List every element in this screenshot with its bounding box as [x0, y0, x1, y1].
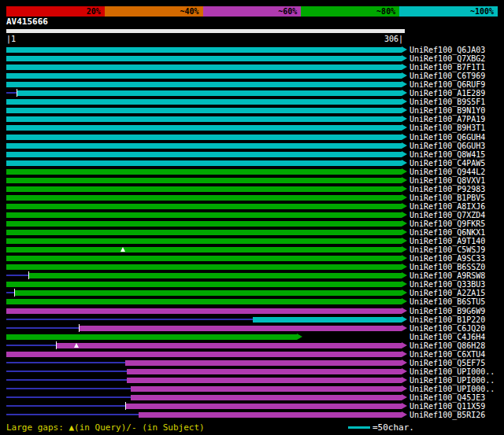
hit-label[interactable]: UniRef100_Q6NKX1: [410, 228, 485, 237]
hsp-bar[interactable]: [6, 212, 402, 218]
hsp-bar[interactable]: [56, 343, 402, 348]
arrowhead-icon: [402, 264, 407, 270]
hsp-bar[interactable]: [253, 317, 402, 323]
hit-label[interactable]: UniRef100_A1E289: [410, 89, 485, 98]
hit-label[interactable]: UniRef100_C6XTU4: [410, 350, 485, 359]
hit-label[interactable]: UniRef100_B6STU5: [410, 297, 485, 306]
hit-label[interactable]: UniRef100_C6JQ20: [410, 324, 485, 333]
hsp-bar[interactable]: [6, 230, 402, 235]
hit-label[interactable]: UniRef100_C6T969: [410, 72, 485, 80]
hit-label[interactable]: UniRef100_Q9FKR5: [410, 219, 485, 228]
hsp-bar[interactable]: [14, 290, 402, 296]
hsp-bar[interactable]: [6, 282, 402, 287]
hit-label[interactable]: UniRef100_UPI000..: [410, 376, 495, 385]
hsp-bar[interactable]: [125, 360, 402, 366]
hit-label[interactable]: UniRef100_B9S5F1: [410, 98, 485, 106]
hsp-bar[interactable]: [6, 135, 402, 140]
hit-label[interactable]: UniRef100_Q5EF75: [410, 359, 485, 367]
hsp-bar[interactable]: [6, 256, 402, 261]
hit-label[interactable]: UniRef100_P92983: [410, 185, 485, 194]
hit-label[interactable]: UniRef100_Q6RUF9: [410, 80, 485, 89]
hit-label[interactable]: UniRef100_Q6JA03: [410, 46, 485, 54]
hsp-bar[interactable]: [131, 395, 402, 400]
hit-label[interactable]: UniRef100_Q8VXV1: [410, 176, 485, 185]
arrowhead-icon: [402, 168, 407, 175]
hit-label[interactable]: UniRef100_C4PAW5: [410, 159, 485, 168]
hsp-bar[interactable]: [6, 73, 402, 79]
arrowhead-icon: [402, 64, 407, 70]
hit-label[interactable]: UniRef100_Q944L2: [410, 168, 485, 176]
alignment-row: UniRef100_A2ZA15: [0, 289, 504, 297]
alignment-row: UniRef100_Q11X59: [0, 402, 504, 411]
hit-label[interactable]: UniRef100_A9RSW8: [410, 271, 485, 280]
hsp-bar[interactable]: [6, 169, 402, 175]
hit-label[interactable]: UniRef100_C5WSJ9: [410, 245, 485, 254]
hit-label[interactable]: UniRef100_UPI000..: [410, 385, 495, 393]
segment-start-tick: [14, 289, 15, 297]
alignment-row: UniRef100_Q944L2: [0, 168, 504, 176]
hsp-bar[interactable]: [6, 308, 402, 314]
hit-label[interactable]: UniRef100_B7F1T1: [410, 63, 485, 72]
hit-label[interactable]: UniRef100_Q7XZD4: [410, 211, 485, 219]
hit-label[interactable]: UniRef100_Q7XBG2: [410, 54, 485, 63]
hit-label[interactable]: UniRef100_B6SSZ0: [410, 263, 485, 271]
hit-label[interactable]: UniRef100_A8IXJ6: [410, 202, 485, 211]
arrowhead-icon: [402, 46, 407, 53]
hsp-bar[interactable]: [6, 299, 402, 304]
arrowhead-icon: [402, 246, 407, 253]
arrowhead-icon: [402, 298, 407, 304]
hsp-bar[interactable]: [6, 195, 402, 201]
hit-label[interactable]: UniRef100_Q6GUH4: [410, 133, 485, 142]
hsp-bar[interactable]: [127, 378, 402, 383]
hsp-bar[interactable]: [6, 221, 402, 227]
alignment-row: UniRef100_C6T969: [0, 72, 504, 80]
hit-label[interactable]: UniRef100_B5RI26: [410, 411, 485, 419]
hsp-bar[interactable]: [6, 160, 402, 166]
hsp-bar[interactable]: [6, 178, 402, 183]
hsp-bar[interactable]: [127, 369, 402, 374]
hsp-bar[interactable]: [6, 143, 402, 149]
hsp-bar[interactable]: [6, 186, 402, 192]
hsp-bar[interactable]: [6, 334, 297, 340]
hsp-bar[interactable]: [6, 99, 402, 105]
hit-label[interactable]: UniRef100_B9G6W9: [410, 307, 485, 315]
hsp-bar[interactable]: [6, 47, 402, 53]
alignment-row: UniRef100_Q33BU3: [0, 280, 504, 289]
hsp-bar[interactable]: [6, 204, 402, 209]
hit-label[interactable]: UniRef100_A9T140: [410, 237, 485, 245]
hit-label[interactable]: UniRef100_Q33BU3: [410, 280, 485, 289]
hit-label[interactable]: UniRef100_A9SC33: [410, 254, 485, 263]
hit-label[interactable]: UniRef100_Q11X59: [410, 402, 485, 411]
hit-label[interactable]: UniRef100_Q6GUH3: [410, 142, 485, 150]
hsp-bar[interactable]: [6, 65, 402, 70]
hit-label[interactable]: UniRef100_C4J6H4: [410, 333, 485, 341]
hsp-bar[interactable]: [6, 247, 402, 253]
hit-label[interactable]: UniRef100_B1PBV5: [410, 194, 485, 202]
hsp-bar[interactable]: [131, 386, 402, 392]
hsp-bar[interactable]: [6, 152, 402, 157]
hsp-bar[interactable]: [6, 352, 402, 357]
arrowhead-icon: [402, 134, 407, 140]
hsp-bar[interactable]: [139, 412, 402, 418]
arrowhead-icon: [402, 55, 407, 61]
hit-label[interactable]: UniRef100_B9H3T1: [410, 123, 485, 132]
hit-label[interactable]: UniRef100_Q86H28: [410, 341, 485, 350]
hsp-bar[interactable]: [6, 264, 402, 270]
hsp-bar[interactable]: [28, 273, 402, 278]
hsp-bar[interactable]: [17, 90, 402, 96]
hit-label[interactable]: UniRef100_B9N1Y0: [410, 106, 485, 115]
hit-label[interactable]: UniRef100_UPI000..: [410, 367, 495, 376]
hsp-bar[interactable]: [6, 56, 402, 61]
hit-label[interactable]: UniRef100_A7PA19: [410, 115, 485, 123]
hsp-bar[interactable]: [125, 404, 402, 409]
hsp-bar[interactable]: [6, 125, 402, 131]
hsp-bar[interactable]: [6, 116, 402, 122]
hit-label[interactable]: UniRef100_Q45JE3: [410, 393, 485, 402]
hit-label[interactable]: UniRef100_A2ZA15: [410, 289, 485, 297]
hit-label[interactable]: UniRef100_Q8W415: [410, 150, 485, 159]
hsp-bar[interactable]: [6, 238, 402, 244]
hsp-bar[interactable]: [79, 326, 402, 331]
hit-label[interactable]: UniRef100_B1P220: [410, 315, 485, 324]
hsp-bar[interactable]: [6, 82, 402, 87]
hsp-bar[interactable]: [6, 108, 402, 113]
